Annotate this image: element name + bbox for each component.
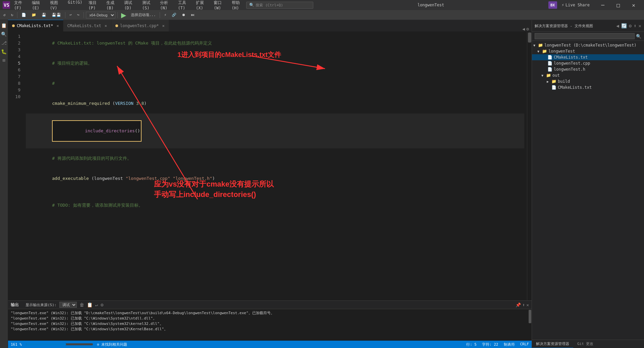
toolbar-breakpoints[interactable]: ⏺	[180, 12, 187, 18]
scroll-thumb[interactable]	[528, 32, 531, 43]
output-pin-icon[interactable]: 📌	[516, 302, 521, 307]
menu-project[interactable]: 项目(P)	[86, 0, 103, 11]
toolbar-save[interactable]: 💾	[40, 12, 48, 18]
maximize-button[interactable]: □	[610, 0, 626, 10]
line-ending-info[interactable]: CRLF	[520, 342, 529, 347]
output-source-label: 显示输出来源(S):	[25, 302, 57, 307]
output-scrollbar[interactable]	[528, 309, 532, 341]
char-info[interactable]: 字符: 22	[482, 342, 498, 347]
tab-cmakelists[interactable]: CMakeLists.txt ✕	[63, 20, 111, 31]
tree-build-folder[interactable]: ▶ 📁 build	[532, 78, 644, 84]
rp-float-icon[interactable]: ⬆	[634, 23, 636, 28]
tree-h-file[interactable]: ▶ 📄 longwenTest.h	[532, 66, 644, 72]
toolbar-new[interactable]: 📄	[19, 12, 28, 18]
menu-git[interactable]: Git(G)	[65, 0, 85, 11]
sidebar-explorer-icon[interactable]: 📋	[0, 21, 8, 29]
sidebar-extensions-icon[interactable]: ⊞	[1, 56, 6, 64]
tree-cmakelists-selected[interactable]: ▶ 📄 CMakeLists.txt	[532, 54, 644, 60]
menu-view[interactable]: 视图(V)	[47, 0, 64, 11]
toolbar-back[interactable]: ↺	[1, 12, 8, 18]
tab-settings-icon[interactable]: ⚙	[526, 26, 529, 31]
menu-debug[interactable]: 调试(D)	[121, 0, 139, 11]
right-panel: 解决方案资源管理器 - 文件夹视图 ◀ 🔄 ⚙ ⬆ ✕ 🔍 ▼ 📁 longwe…	[532, 20, 644, 348]
menu-test[interactable]: 测试(S)	[140, 0, 157, 11]
menu-edit[interactable]: 编辑(E)	[29, 0, 46, 11]
menu-tools[interactable]: 工具(T)	[175, 0, 193, 11]
zoom-level[interactable]: 161 %	[11, 342, 22, 347]
tab-git-changes[interactable]: Git 更改	[573, 340, 598, 348]
search-box[interactable]: 🔍 搜索 (Ctrl+Q)	[246, 2, 313, 9]
tab-close-icon-2[interactable]: ✕	[105, 23, 107, 28]
editor-scrollbar[interactable]	[527, 32, 532, 300]
sidebar-search-icon[interactable]: 🔍	[0, 30, 8, 38]
main-layout: 📋 🔍 ⎇ 🐛 ⊞ CMakeLists.txt* ✕ CMakeLists.t…	[0, 20, 644, 348]
toolbar-open[interactable]: 📁	[30, 12, 38, 18]
sidebar-debug-icon[interactable]: 🐛	[0, 48, 8, 56]
tree-longwentest-folder[interactable]: ▼ 📁 longwenTest	[532, 48, 644, 54]
toolbar-redo[interactable]: ↪	[75, 12, 82, 18]
svg-text:VS: VS	[4, 2, 9, 8]
root-arrow: ▼	[533, 44, 537, 47]
tree-cpp-file[interactable]: ▶ 📄 longwenTest.cpp	[532, 60, 644, 66]
menu-file[interactable]: 文件(F)	[11, 0, 29, 11]
sidebar-git-icon[interactable]: ⎇	[0, 39, 8, 47]
tab-label-3: longwenTest.cpp*	[120, 23, 159, 28]
toolbar-forward[interactable]: ↻	[9, 12, 15, 18]
output-settings-icon[interactable]: ⚙	[101, 302, 103, 307]
tab-close-icon-3[interactable]: ✕	[162, 23, 165, 28]
toolbar-more[interactable]: ⚡	[162, 12, 168, 18]
tree-h-label: longwenTest.h	[554, 67, 585, 72]
live-share-label: Live Share	[566, 3, 590, 7]
run-config[interactable]: 选择启动项...	[129, 12, 158, 18]
menu-help[interactable]: 帮助(H)	[229, 0, 246, 11]
rp-refresh-icon[interactable]: 🔄	[621, 23, 627, 28]
toolbar-attach[interactable]: 🔗	[170, 12, 178, 18]
output-copy-icon[interactable]: 📋	[87, 302, 93, 307]
tab-scroll-left[interactable]: ◀	[522, 26, 525, 31]
output-close-icon[interactable]: ✕	[526, 302, 529, 307]
tab-cmakelists-modified[interactable]: CMakeLists.txt* ✕	[8, 20, 63, 31]
cmake-file-icon-1: 📄	[547, 55, 552, 60]
tab-close-icon[interactable]: ✕	[56, 23, 59, 28]
output-window-controls: 📌 ⬆ ✕	[516, 302, 529, 307]
tree-root[interactable]: ▼ 📁 longwenTest (D:\cmakeTest\longwenTes…	[532, 42, 644, 48]
tree-out-label: out	[552, 73, 560, 78]
code-line-1: # CMakeList.txt: longwenTest 的 CMake 项目，…	[26, 33, 524, 53]
output-source-select[interactable]: 调试	[59, 302, 77, 308]
rp-close-icon[interactable]: ✕	[639, 23, 641, 28]
tab-cpp[interactable]: longwenTest.cpp* ✕	[111, 20, 169, 31]
menu-extensions[interactable]: 扩展(X)	[193, 0, 210, 11]
rp-settings-icon[interactable]: ⚙	[629, 23, 632, 28]
menu-build[interactable]: 生成(B)	[104, 0, 121, 11]
build-arrow: ▶	[547, 80, 551, 83]
menu-analyze[interactable]: 分析(N)	[157, 0, 174, 11]
right-panel-header: 解决方案资源管理器 - 文件夹视图 ◀ 🔄 ⚙ ⬆ ✕	[532, 20, 644, 32]
solution-search-input[interactable]	[535, 33, 635, 39]
tab-bar: CMakeLists.txt* ✕ CMakeLists.txt ✕ longw…	[8, 20, 532, 32]
rp-collapse-icon[interactable]: ◀	[616, 23, 619, 28]
tree-cpp-label: longwenTest.cpp	[554, 61, 590, 66]
output-clear-icon[interactable]: 🗑	[79, 302, 84, 307]
row-col-info[interactable]: 行: 5	[466, 342, 477, 347]
encoding-info[interactable]: 制表符	[504, 342, 515, 347]
code-area[interactable]: # CMakeList.txt: longwenTest 的 CMake 项目，…	[23, 32, 527, 300]
code-line-6: # 将源代码添加到此项目的可执行文件。	[26, 148, 524, 168]
run-button[interactable]: ▶	[120, 11, 127, 19]
tree-cmakelists-out[interactable]: ▶ 📄 CMakeLists.txt	[532, 84, 644, 90]
output-scroll-thumb[interactable]	[529, 310, 531, 323]
config-select[interactable]: x64-Debug	[86, 12, 115, 18]
close-button[interactable]: ✕	[626, 0, 641, 10]
live-share[interactable]: ⚡ Live Share	[562, 3, 590, 7]
toolbar-step[interactable]: ⏭	[189, 12, 197, 18]
toolbar-undo[interactable]: ↩	[67, 12, 74, 18]
output-float-icon[interactable]: ⬆	[522, 302, 525, 307]
toolbar-save-all[interactable]: 💾💾	[50, 12, 63, 18]
search-icon-se[interactable]: 🔍	[636, 34, 641, 39]
tab-solution-explorer[interactable]: 解决方案资源管理器	[532, 340, 573, 348]
menu-window[interactable]: 窗口(W)	[211, 0, 228, 11]
minimize-button[interactable]: ─	[595, 0, 610, 10]
output-wrap-icon[interactable]: ↵	[95, 302, 98, 307]
output-line-4: "longwenTest.exe" (Win32): 已加载 "C:\Windo…	[11, 327, 526, 332]
editor-area: CMakeLists.txt* ✕ CMakeLists.txt ✕ longw…	[8, 20, 532, 348]
tree-out-folder[interactable]: ▼ 📁 out	[532, 72, 644, 78]
